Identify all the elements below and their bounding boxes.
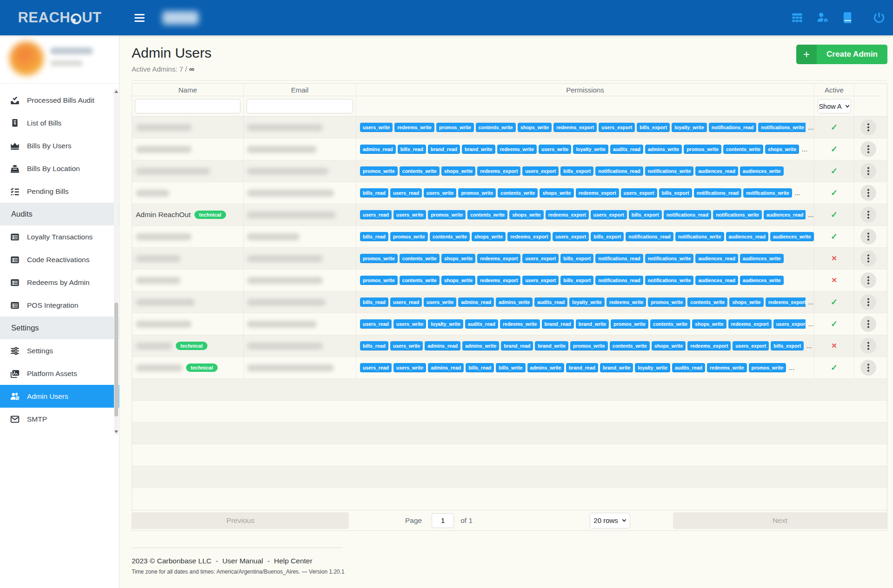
permission-badge: audiences_read <box>695 276 738 285</box>
permission-badge: redeems_export <box>477 276 520 285</box>
grid-icon[interactable] <box>791 11 804 24</box>
table-icon <box>10 277 20 288</box>
permission-badge: promos_write <box>360 166 398 176</box>
empty-table-row <box>132 423 887 444</box>
blurred-admin-name <box>136 168 210 175</box>
row-actions-menu-button[interactable] <box>860 141 876 157</box>
active-admins-count: Active Admins: 7 / ∞ <box>132 65 887 73</box>
row-actions-menu-button[interactable] <box>860 316 876 332</box>
user-manual-link[interactable]: User Manual <box>222 557 263 565</box>
permission-badge: loyalty_write <box>573 145 608 154</box>
scroll-down-icon[interactable] <box>114 430 118 433</box>
kebab-icon <box>867 258 869 259</box>
name-filter-input[interactable] <box>135 99 240 113</box>
permission-badge: bills_read <box>360 341 388 350</box>
permission-badge: loyalty_write <box>635 363 670 372</box>
chevron-down-icon <box>845 105 850 108</box>
sidebar-item-settings[interactable]: Settings <box>0 339 119 362</box>
page-number-input[interactable] <box>432 513 454 528</box>
sidebar-item-redeems-by-admin[interactable]: Redeems by Admin <box>0 271 119 294</box>
permission-badge: contents_write <box>467 210 507 219</box>
row-actions-menu-button[interactable] <box>860 207 876 223</box>
permission-badge: brand_read <box>542 319 574 329</box>
empty-table-row <box>132 466 887 488</box>
power-icon[interactable] <box>873 11 886 24</box>
sidebar-item-processed-bills-audit[interactable]: Processed Bills Audit <box>0 89 119 112</box>
active-filter-select[interactable]: Show A <box>818 99 851 113</box>
permission-badge: brand_write <box>600 363 633 372</box>
permission-badge: promos_write <box>648 297 686 307</box>
permission-badge: bills_write <box>496 363 525 372</box>
logo-text-suffix: UT <box>82 9 101 26</box>
book-icon[interactable] <box>841 11 854 24</box>
scrollbar-thumb[interactable] <box>114 303 118 416</box>
blurred-nav-item <box>162 11 199 25</box>
row-actions-menu-button[interactable] <box>860 119 876 135</box>
permission-badge: users_write <box>360 123 393 132</box>
table-head: Name Email Permissions Active Show A <box>132 84 887 117</box>
brand-logo[interactable]: REACHUT <box>0 9 120 26</box>
previous-page-button[interactable]: Previous <box>132 512 349 529</box>
permission-badge: users_export <box>599 123 635 132</box>
row-actions-menu-button[interactable] <box>860 294 876 310</box>
row-actions-menu-button[interactable] <box>860 163 876 179</box>
permission-badge: bills_export <box>659 188 692 198</box>
permission-badge: users_export <box>621 188 657 198</box>
sidebar-item-loyalty-transactions[interactable]: Loyalty Transactions <box>0 225 119 248</box>
sidebar-item-pending-bills[interactable]: Pending Bills <box>0 180 119 203</box>
row-actions-menu-button[interactable] <box>860 360 876 376</box>
column-header-name: Name <box>132 84 244 96</box>
permission-badge: promos_write <box>390 232 428 241</box>
row-actions-menu-button[interactable] <box>860 338 876 354</box>
permission-badge: shops_write <box>441 254 475 263</box>
sidebar-item-list-of-bills[interactable]: List of Bills <box>0 112 119 134</box>
empty-table-row <box>132 444 887 466</box>
create-admin-button[interactable]: + Create Admin <box>796 45 887 64</box>
permission-badge: users_export <box>522 276 559 285</box>
email-filter-input[interactable] <box>247 99 353 113</box>
sidebar-item-bills-by-location[interactable]: Bills By Location <box>0 157 119 180</box>
rows-per-page-select[interactable]: 20 rows <box>590 513 630 529</box>
sidebar-item-smtp[interactable]: SMTP <box>0 408 119 430</box>
permission-badge: contents_write <box>400 276 440 285</box>
next-page-button[interactable]: Next <box>673 512 887 529</box>
active-check-icon: ✓ <box>831 188 838 198</box>
page-of-label: of 1 <box>460 516 473 525</box>
row-actions-menu-button[interactable] <box>860 272 876 288</box>
permission-badge: shops_write <box>729 297 763 307</box>
technical-badge: technical <box>176 342 207 350</box>
table-icon <box>10 255 20 265</box>
sidebar-item-admin-users[interactable]: Admin Users <box>0 385 119 408</box>
footer: 2023 © Carbonbase LLC - User Manual - He… <box>132 548 887 575</box>
row-actions-menu-button[interactable] <box>860 251 876 266</box>
technical-badge: technical <box>194 211 226 219</box>
users-gear-icon <box>10 391 20 402</box>
sidebar-item-pos-integration[interactable]: POS Integration <box>0 294 119 317</box>
permission-badge: admins_write <box>496 297 533 307</box>
kebab-icon <box>867 323 869 325</box>
row-actions-menu-button[interactable] <box>860 185 876 201</box>
kebab-icon <box>867 301 869 303</box>
sidebar-scrollbar[interactable] <box>114 89 119 435</box>
sidebar-item-code-reactivations[interactable]: Code Reactivations <box>0 248 119 271</box>
permission-badge: audits_read <box>610 145 643 154</box>
sidebar-toggle-button[interactable] <box>134 14 145 22</box>
separator: - <box>267 557 270 565</box>
empty-table-row <box>132 379 887 401</box>
permissions-overflow-indicator: … <box>801 146 807 153</box>
permission-badge: users_read <box>360 210 392 219</box>
page-label: Page <box>405 516 422 525</box>
table-icon <box>10 232 20 242</box>
bill-icon <box>10 118 20 128</box>
permission-badge: users_export <box>591 210 627 219</box>
user-gear-icon[interactable] <box>816 11 829 24</box>
help-center-link[interactable]: Help Center <box>274 557 313 565</box>
blurred-admin-email <box>247 321 317 328</box>
row-actions-menu-button[interactable] <box>860 229 876 244</box>
permission-badge: promos_write <box>428 210 466 219</box>
permission-badge: notifications_write <box>743 188 792 198</box>
sidebar-item-platform-assets[interactable]: Platform Assets <box>0 362 119 385</box>
blurred-admin-name <box>136 190 169 197</box>
scroll-up-icon[interactable] <box>114 90 118 93</box>
sidebar-item-bills-by-users[interactable]: Bills By Users <box>0 134 119 157</box>
